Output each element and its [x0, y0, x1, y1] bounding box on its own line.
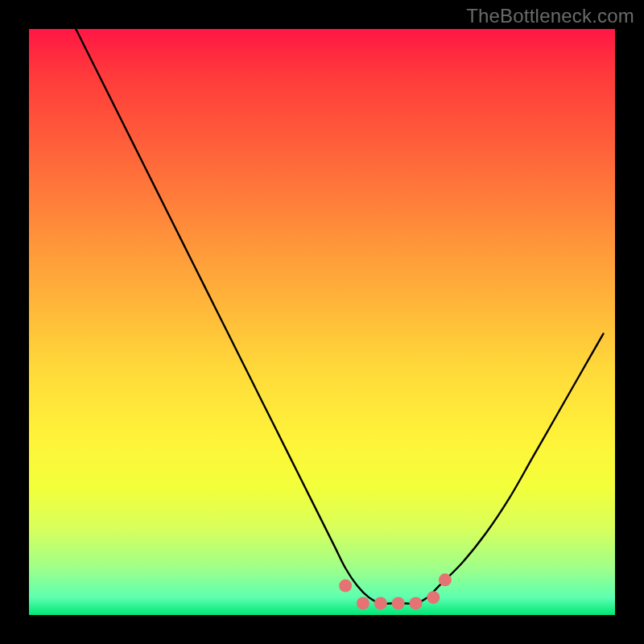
bottleneck-markers: [339, 573, 452, 609]
curve-marker: [357, 597, 369, 609]
curve-marker: [339, 580, 352, 592]
bottleneck-chart-svg: [29, 29, 615, 615]
curve-marker: [427, 591, 440, 604]
curve-marker: [409, 597, 422, 609]
curve-marker: [392, 597, 405, 609]
curve-marker: [439, 573, 452, 586]
watermark-text: TheBottleneck.com: [466, 5, 634, 27]
plot-area: [29, 29, 615, 615]
chart-frame: TheBottleneck.com: [0, 0, 644, 644]
bottleneck-curve-line: [76, 29, 603, 604]
curve-marker: [374, 597, 387, 609]
